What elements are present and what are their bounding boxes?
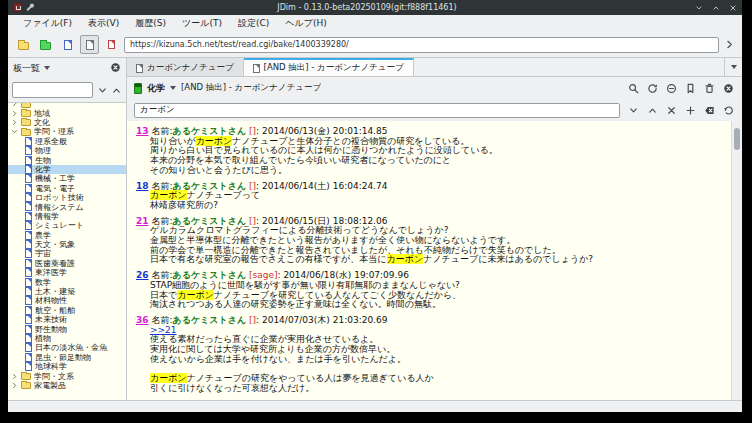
search-hit: カーボン: [387, 254, 424, 264]
thread-title: [AND 抽出] - カーボンナノチューブ: [181, 82, 321, 94]
post-author[interactable]: あるケミストさん: [172, 270, 246, 280]
thread-reload-button[interactable]: [645, 81, 659, 95]
menu-item-3[interactable]: ツール(T): [175, 16, 229, 31]
post-18: 18 名前:あるケミストさん []: 2014/06/14(土) 16:04:2…: [136, 182, 727, 211]
tree-board-理系全般[interactable]: 理系全般: [8, 137, 126, 146]
thread-search-button[interactable]: [626, 81, 640, 95]
board-document-icon: [25, 212, 32, 221]
extract-add-extract-button[interactable]: [683, 103, 697, 117]
board-document-icon: [25, 193, 32, 202]
folder-icon: [18, 42, 29, 50]
sidebar-close-button[interactable]: [109, 61, 121, 75]
tree-board-シミュレート[interactable]: シミュレート: [8, 221, 126, 230]
minimize-button[interactable]: [695, 4, 703, 12]
tab-bar: カーボンナノチューブ[AND 抽出] - カーボンナノチューブ: [127, 58, 742, 77]
board-tree: 地域文化学問・理系理系全般物理生物化学機械・工学電気・電子ロボット技術情報システ…: [8, 102, 126, 400]
url-input[interactable]: [124, 37, 719, 53]
extract-search-up-button[interactable]: [645, 103, 659, 117]
menu-item-0[interactable]: ファイル(F): [16, 16, 79, 31]
post-number[interactable]: 36: [136, 315, 149, 325]
undo-icon: [723, 101, 734, 120]
post-number[interactable]: 13: [136, 126, 149, 136]
document-icon: [136, 64, 143, 73]
post-body-line: 林靖彦研究所の?: [136, 201, 727, 211]
board-document-icon: [25, 221, 32, 230]
window-title: JDim - 0.13.0-beta20250109(git:f888f1146…: [39, 3, 695, 12]
post-number[interactable]: 21: [136, 216, 149, 226]
post-author[interactable]: あるケミストさん: [172, 216, 246, 226]
board-document-icon: [25, 146, 32, 155]
close-button[interactable]: [729, 4, 737, 12]
board-document-icon: [25, 202, 32, 211]
tree-folder-家電製品[interactable]: 家電製品: [8, 381, 126, 390]
sidebar-search-input[interactable]: [12, 82, 93, 98]
post-author[interactable]: あるケミストさん: [172, 315, 246, 325]
post-36: 36 名前:あるケミストさん []: 2014/07/03(木) 21:03:2…: [136, 316, 727, 394]
extract-undo-button[interactable]: [721, 103, 735, 117]
chevron-down-icon: [695, 4, 703, 12]
scrollbar-thumb[interactable]: [734, 128, 740, 150]
favorites-button[interactable]: [36, 35, 55, 54]
content-scrollbar[interactable]: [731, 121, 742, 400]
post-body-line: 日本で有名な研究室の報告でさえこの有様ですが、本当にカーボンナノチューブに未来は…: [136, 255, 727, 265]
thread-view-button[interactable]: [80, 35, 99, 54]
thread-stop-button[interactable]: [664, 81, 678, 95]
menu-item-2[interactable]: 履歴(S): [128, 16, 173, 31]
tab-0[interactable]: カーボンナノチューブ: [127, 58, 244, 76]
tab-1[interactable]: [AND 抽出] - カーボンナノチューブ: [244, 58, 414, 76]
sidebar-search-down-button[interactable]: [96, 83, 108, 97]
tree-folder-地域[interactable]: 地域: [8, 108, 126, 117]
bookmark-icon: [685, 79, 696, 98]
board-document-icon: [25, 315, 32, 324]
chevron-right-icon: [724, 35, 735, 54]
titlebar[interactable]: JDim - 0.13.0-beta20250109(git:f888f1146…: [8, 0, 742, 15]
document-icon: [253, 64, 260, 73]
tree-board-土木・建築[interactable]: 土木・建築: [8, 287, 126, 296]
tree-board-情報システム[interactable]: 情報システム: [8, 202, 126, 211]
thread-list-button[interactable]: [58, 35, 77, 54]
post-number[interactable]: 18: [136, 181, 149, 191]
image-view-button[interactable]: [102, 35, 121, 54]
board-document-icon: [25, 325, 32, 334]
post-author[interactable]: あるケミストさん: [172, 126, 246, 136]
tree-board-昆虫・節足動物[interactable]: 昆虫・節足動物: [8, 353, 126, 362]
thread-search-input[interactable]: [134, 103, 620, 118]
tree-board-医歯薬看護[interactable]: 医歯薬看護: [8, 259, 126, 268]
folder-icon: [21, 373, 31, 380]
board-document-icon: [25, 137, 32, 146]
board-name[interactable]: 化学: [147, 82, 165, 95]
board-list-button[interactable]: [14, 35, 33, 54]
tree-folder-学問・理系[interactable]: 学問・理系: [8, 127, 126, 136]
menu-item-5[interactable]: ヘルプ(H): [278, 16, 333, 31]
menu-item-4[interactable]: 設定(C): [231, 16, 276, 31]
tree-board-東洋医学[interactable]: 東洋医学: [8, 268, 126, 277]
extract-clear-input-button[interactable]: [702, 103, 716, 117]
menu-item-1[interactable]: 表示(V): [81, 16, 126, 31]
thread-delete-button[interactable]: [702, 81, 716, 95]
maximize-button[interactable]: [712, 4, 720, 12]
post-number[interactable]: 26: [136, 270, 149, 280]
thread-bookmark-button[interactable]: [683, 81, 697, 95]
tree-board-未来技術[interactable]: 未来技術: [8, 315, 126, 324]
stop-circle-icon: [666, 79, 677, 98]
tab-list-button[interactable]: [724, 58, 742, 76]
extract-clear-highlight-button[interactable]: [664, 103, 678, 117]
sidebar-search-up-button[interactable]: [110, 83, 122, 97]
go-button[interactable]: [722, 37, 736, 53]
tree-board-野生動物[interactable]: 野生動物: [8, 324, 126, 333]
tree-board-生物[interactable]: 生物: [8, 155, 126, 164]
post-author[interactable]: あるケミストさん: [172, 181, 246, 191]
pin-icon[interactable]: [26, 4, 32, 10]
extract-search-down-button[interactable]: [626, 103, 640, 117]
board-dropdown-caret-icon[interactable]: [170, 86, 176, 90]
tree-board-物理[interactable]: 物理: [8, 146, 126, 155]
sidebar-dropdown-caret-icon[interactable]: [44, 66, 50, 70]
chevron-right-icon: [11, 373, 18, 380]
jdim-window: JDim - 0.13.0-beta20250109(git:f888f1146…: [8, 0, 742, 412]
post-body-line: 使えないから企業は手を付けない、または手を引いたんだよ。: [136, 355, 727, 365]
tree-board-航空・船舶[interactable]: 航空・船舶: [8, 306, 126, 315]
res-anchor-link[interactable]: >>21: [150, 325, 177, 335]
tree-folder-学問・文系[interactable]: 学問・文系: [8, 371, 126, 380]
thread-close-button[interactable]: [721, 81, 735, 95]
tree-board-天文・気象[interactable]: 天文・気象: [8, 240, 126, 249]
